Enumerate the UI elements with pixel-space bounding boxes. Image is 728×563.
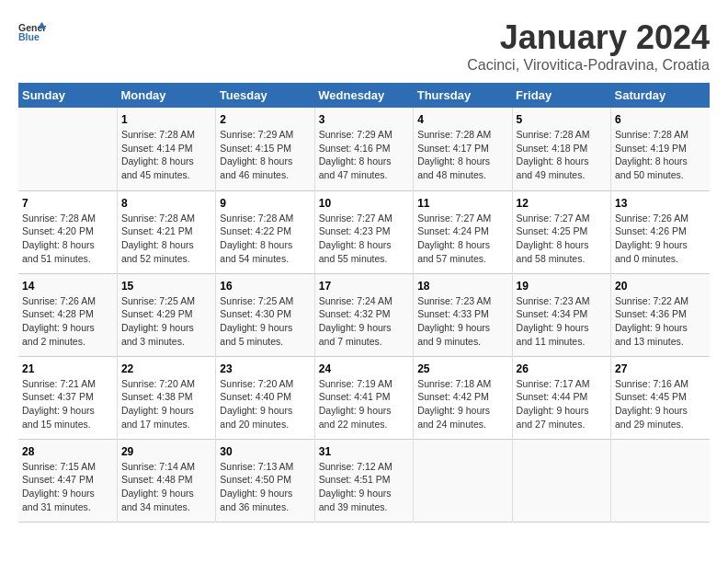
calendar-cell: 11Sunrise: 7:27 AM Sunset: 4:24 PM Dayli… [414,190,512,273]
day-number: 1 [121,113,211,126]
calendar-cell: 31Sunrise: 7:12 AM Sunset: 4:51 PM Dayli… [314,439,413,522]
day-number: 23 [220,362,310,375]
day-number: 30 [220,445,310,458]
week-row-2: 7Sunrise: 7:28 AM Sunset: 4:20 PM Daylig… [18,190,710,273]
calendar-cell: 24Sunrise: 7:19 AM Sunset: 4:41 PM Dayli… [314,356,413,439]
day-number: 25 [417,362,507,375]
day-number: 20 [615,280,706,293]
day-number: 9 [220,197,310,210]
day-number: 3 [319,113,409,126]
calendar-cell: 9Sunrise: 7:28 AM Sunset: 4:22 PM Daylig… [216,190,314,273]
day-number: 12 [517,197,607,210]
day-number: 22 [121,362,211,375]
cell-text: Sunrise: 7:28 AM Sunset: 4:17 PM Dayligh… [417,128,507,182]
svg-text:Blue: Blue [18,31,40,42]
calendar-cell [512,439,610,522]
cell-text: Sunrise: 7:17 AM Sunset: 4:44 PM Dayligh… [517,377,607,431]
day-number: 11 [417,197,507,210]
day-number: 18 [417,280,507,293]
calendar-cell: 21Sunrise: 7:21 AM Sunset: 4:37 PM Dayli… [18,356,117,439]
calendar-cell: 28Sunrise: 7:15 AM Sunset: 4:47 PM Dayli… [18,439,117,522]
header-row: Sunday Monday Tuesday Wednesday Thursday… [18,83,710,108]
cell-text: Sunrise: 7:14 AM Sunset: 4:48 PM Dayligh… [121,460,211,514]
calendar-cell: 20Sunrise: 7:22 AM Sunset: 4:36 PM Dayli… [611,273,710,356]
day-number: 6 [615,113,706,126]
cell-text: Sunrise: 7:25 AM Sunset: 4:30 PM Dayligh… [220,294,310,349]
cell-text: Sunrise: 7:13 AM Sunset: 4:50 PM Dayligh… [220,460,310,514]
week-row-5: 28Sunrise: 7:15 AM Sunset: 4:47 PM Dayli… [18,439,710,522]
calendar-cell: 19Sunrise: 7:23 AM Sunset: 4:34 PM Dayli… [512,273,610,356]
cell-text: Sunrise: 7:15 AM Sunset: 4:47 PM Dayligh… [22,460,113,514]
day-number: 27 [615,362,706,375]
calendar-cell: 17Sunrise: 7:24 AM Sunset: 4:32 PM Dayli… [314,273,413,356]
day-number: 29 [121,445,211,458]
cell-text: Sunrise: 7:29 AM Sunset: 4:16 PM Dayligh… [319,128,409,182]
calendar-cell: 10Sunrise: 7:27 AM Sunset: 4:23 PM Dayli… [314,190,413,273]
calendar-cell: 30Sunrise: 7:13 AM Sunset: 4:50 PM Dayli… [216,439,314,522]
cell-text: Sunrise: 7:23 AM Sunset: 4:34 PM Dayligh… [517,294,607,349]
week-row-4: 21Sunrise: 7:21 AM Sunset: 4:37 PM Dayli… [18,356,710,439]
calendar-cell: 2Sunrise: 7:29 AM Sunset: 4:15 PM Daylig… [216,108,314,190]
calendar-cell: 26Sunrise: 7:17 AM Sunset: 4:44 PM Dayli… [512,356,610,439]
calendar-cell: 7Sunrise: 7:28 AM Sunset: 4:20 PM Daylig… [18,190,117,273]
cell-text: Sunrise: 7:21 AM Sunset: 4:37 PM Dayligh… [22,377,113,431]
subtitle: Cacinci, Virovitica-Podravina, Croatia [467,57,710,74]
cell-text: Sunrise: 7:28 AM Sunset: 4:19 PM Dayligh… [615,128,706,182]
calendar-cell: 22Sunrise: 7:20 AM Sunset: 4:38 PM Dayli… [117,356,215,439]
calendar-cell: 14Sunrise: 7:26 AM Sunset: 4:28 PM Dayli… [18,273,117,356]
day-number: 26 [517,362,607,375]
cell-text: Sunrise: 7:28 AM Sunset: 4:21 PM Dayligh… [121,212,211,266]
calendar-cell: 23Sunrise: 7:20 AM Sunset: 4:40 PM Dayli… [216,356,314,439]
main-title: January 2024 [467,18,710,57]
calendar-cell: 29Sunrise: 7:14 AM Sunset: 4:48 PM Dayli… [117,439,215,522]
week-row-1: 1Sunrise: 7:28 AM Sunset: 4:14 PM Daylig… [18,108,710,190]
calendar-cell: 1Sunrise: 7:28 AM Sunset: 4:14 PM Daylig… [117,108,215,190]
cell-text: Sunrise: 7:19 AM Sunset: 4:41 PM Dayligh… [319,377,409,431]
calendar-cell [414,439,512,522]
cell-text: Sunrise: 7:28 AM Sunset: 4:18 PM Dayligh… [517,128,607,182]
day-number: 8 [121,197,211,210]
header-saturday: Saturday [611,83,710,108]
calendar-cell: 13Sunrise: 7:26 AM Sunset: 4:26 PM Dayli… [611,190,710,273]
day-number: 14 [22,280,113,293]
header-wednesday: Wednesday [314,83,413,108]
calendar-header: Sunday Monday Tuesday Wednesday Thursday… [18,83,710,108]
cell-text: Sunrise: 7:27 AM Sunset: 4:23 PM Dayligh… [319,212,409,266]
cell-text: Sunrise: 7:28 AM Sunset: 4:22 PM Dayligh… [220,212,310,266]
header: General Blue January 2024 Cacinci, Virov… [18,18,710,74]
calendar-table: Sunday Monday Tuesday Wednesday Thursday… [18,83,710,523]
day-number: 5 [517,113,607,126]
calendar-cell: 4Sunrise: 7:28 AM Sunset: 4:17 PM Daylig… [414,108,512,190]
day-number: 21 [22,362,113,375]
calendar-cell: 18Sunrise: 7:23 AM Sunset: 4:33 PM Dayli… [414,273,512,356]
cell-text: Sunrise: 7:24 AM Sunset: 4:32 PM Dayligh… [319,294,409,349]
day-number: 28 [22,445,113,458]
day-number: 4 [417,113,507,126]
logo: General Blue [18,18,46,46]
calendar-cell: 27Sunrise: 7:16 AM Sunset: 4:45 PM Dayli… [611,356,710,439]
header-friday: Friday [512,83,610,108]
calendar-cell: 15Sunrise: 7:25 AM Sunset: 4:29 PM Dayli… [117,273,215,356]
header-tuesday: Tuesday [216,83,314,108]
day-number: 13 [615,197,706,210]
cell-text: Sunrise: 7:25 AM Sunset: 4:29 PM Dayligh… [121,294,211,349]
calendar-cell: 12Sunrise: 7:27 AM Sunset: 4:25 PM Dayli… [512,190,610,273]
cell-text: Sunrise: 7:20 AM Sunset: 4:40 PM Dayligh… [220,377,310,431]
day-number: 2 [220,113,310,126]
cell-text: Sunrise: 7:28 AM Sunset: 4:20 PM Dayligh… [22,212,113,266]
cell-text: Sunrise: 7:26 AM Sunset: 4:26 PM Dayligh… [615,212,706,266]
cell-text: Sunrise: 7:27 AM Sunset: 4:25 PM Dayligh… [517,212,607,266]
title-area: January 2024 Cacinci, Virovitica-Podravi… [467,18,710,74]
header-thursday: Thursday [414,83,512,108]
day-number: 7 [22,197,113,210]
cell-text: Sunrise: 7:29 AM Sunset: 4:15 PM Dayligh… [220,128,310,182]
day-number: 16 [220,280,310,293]
calendar-body: 1Sunrise: 7:28 AM Sunset: 4:14 PM Daylig… [18,108,710,522]
calendar-cell: 25Sunrise: 7:18 AM Sunset: 4:42 PM Dayli… [414,356,512,439]
calendar-cell: 3Sunrise: 7:29 AM Sunset: 4:16 PM Daylig… [314,108,413,190]
calendar-cell: 6Sunrise: 7:28 AM Sunset: 4:19 PM Daylig… [611,108,710,190]
week-row-3: 14Sunrise: 7:26 AM Sunset: 4:28 PM Dayli… [18,273,710,356]
day-number: 24 [319,362,409,375]
calendar-cell [18,108,117,190]
cell-text: Sunrise: 7:28 AM Sunset: 4:14 PM Dayligh… [121,128,211,182]
